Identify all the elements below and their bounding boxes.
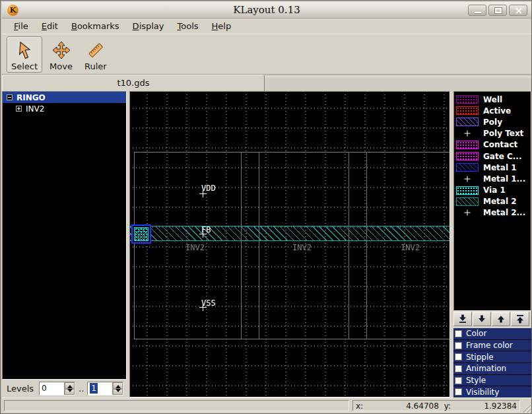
- layer-swatch[interactable]: [456, 152, 479, 160]
- layer-swatch[interactable]: [456, 186, 479, 195]
- arrow-down-bar-icon: [458, 314, 467, 324]
- level-to-value[interactable]: 1: [88, 382, 112, 395]
- tree-row-ringo[interactable]: RINGO: [3, 92, 126, 103]
- plus-pattern-icon: [465, 131, 471, 137]
- swatch-square-icon: [455, 365, 462, 372]
- levels-label: Levels: [7, 384, 34, 394]
- status-message-box: [4, 400, 349, 411]
- tree-row-inv2[interactable]: INV2: [3, 103, 126, 114]
- move-up-button[interactable]: [492, 312, 510, 326]
- ruler-tool-button[interactable]: Ruler: [80, 36, 112, 73]
- selected-via-shape[interactable]: [131, 224, 151, 244]
- metal2-wire-shape[interactable]: [130, 226, 450, 241]
- menu-bookmarks[interactable]: Bookmarks: [66, 20, 125, 32]
- minimize-button[interactable]: [468, 5, 486, 16]
- swatch-square-icon: [455, 353, 462, 361]
- select-tool-button[interactable]: Select: [7, 36, 42, 73]
- move-down-button[interactable]: [473, 312, 491, 326]
- group-visibility[interactable]: Visibility: [453, 386, 531, 397]
- level-to-spinbox[interactable]: 1: [87, 382, 123, 396]
- menu-help[interactable]: Help: [207, 20, 237, 32]
- move-to-top-button[interactable]: [511, 312, 529, 326]
- instance-label: INV2: [185, 243, 205, 252]
- menu-bar: File Edit Bookmarks Display Tools Help: [2, 18, 531, 34]
- y-label: y:: [444, 401, 451, 411]
- layer-row-metal1-text[interactable]: Metal 1...: [454, 173, 531, 184]
- layer-list: Well Active Poly Poly Text Contact Gate …: [453, 91, 531, 311]
- y-coordinate: 1.92384: [452, 401, 517, 411]
- move-tool-label: Move: [50, 61, 73, 71]
- instance-boundary: [366, 152, 367, 339]
- resize-grip[interactable]: [521, 403, 531, 413]
- instance-boundary: [259, 152, 259, 339]
- layer-row-metal1[interactable]: Metal 1: [454, 162, 531, 173]
- klayout-window: K KLayout 0.13 File Edit Bookmarks Displ…: [0, 0, 532, 414]
- move-arrows-icon: [52, 40, 71, 61]
- collapse-icon[interactable]: [7, 94, 13, 100]
- layout-canvas[interactable]: VDD FB VSS INV2 INV2 INV2: [129, 91, 450, 397]
- pin-marker-cross-icon: [199, 190, 207, 197]
- spin-buttons: [64, 382, 75, 395]
- group-frame-color[interactable]: Frame color: [453, 340, 531, 351]
- spin-down-icon[interactable]: [113, 389, 123, 396]
- menu-display[interactable]: Display: [127, 20, 170, 32]
- spin-down-icon[interactable]: [65, 389, 75, 396]
- layer-panel: Well Active Poly Poly Text Contact Gate …: [453, 91, 531, 397]
- group-stipple[interactable]: Stipple: [453, 351, 531, 362]
- group-color[interactable]: Color: [453, 328, 531, 339]
- layer-swatch[interactable]: [456, 95, 479, 104]
- level-from-spinbox[interactable]: 0: [39, 382, 75, 396]
- tool-bar: Select Move: [2, 34, 531, 75]
- layer-row-contact[interactable]: Contact: [454, 139, 531, 151]
- maximize-button[interactable]: [488, 5, 507, 16]
- layer-row-active[interactable]: Active: [454, 105, 531, 116]
- layer-row-gate-cut[interactable]: Gate C...: [454, 151, 531, 162]
- menu-file[interactable]: File: [9, 20, 34, 32]
- maximize-icon: [495, 8, 502, 13]
- swatch-square-icon: [455, 330, 462, 337]
- close-button[interactable]: [509, 5, 527, 16]
- status-bar: x: 4.64708 y: 1.92384: [2, 397, 531, 413]
- layer-swatch[interactable]: [456, 174, 479, 183]
- plus-pattern-icon: [465, 210, 471, 216]
- layer-row-poly-text[interactable]: Poly Text: [454, 128, 531, 139]
- plus-pattern-icon: [465, 176, 471, 182]
- layer-swatch[interactable]: [456, 163, 479, 172]
- tab-bar: t10.gds: [2, 75, 531, 91]
- arrow-down-icon: [477, 314, 486, 324]
- close-icon: [515, 7, 523, 15]
- x-coordinate: 4.64708: [364, 401, 439, 411]
- layer-swatch[interactable]: [456, 129, 479, 138]
- instance-label: INV2: [401, 243, 420, 252]
- layer-swatch[interactable]: [456, 197, 479, 206]
- spin-up-icon[interactable]: [113, 382, 123, 389]
- group-animation[interactable]: Animation: [453, 363, 531, 374]
- layer-row-metal2-text[interactable]: Metal 2...: [454, 207, 531, 219]
- layer-row-metal2[interactable]: Metal 2: [454, 196, 531, 207]
- instance-boundary: [241, 152, 242, 339]
- x-label: x:: [356, 401, 363, 411]
- layer-row-via1[interactable]: Via 1: [454, 185, 531, 196]
- klayout-logo-icon: K: [7, 5, 18, 16]
- move-tool-button[interactable]: Move: [45, 36, 77, 73]
- title-bar: K KLayout 0.13: [2, 2, 531, 18]
- cursor-position-box: x: 4.64708 y: 1.92384: [352, 400, 520, 411]
- ruler-icon: [86, 40, 105, 61]
- layer-swatch[interactable]: [456, 209, 479, 217]
- group-style[interactable]: Style: [453, 375, 531, 386]
- layer-swatch[interactable]: [456, 106, 479, 115]
- menu-tools[interactable]: Tools: [172, 20, 204, 32]
- cell-name: RINGO: [17, 93, 46, 102]
- layer-row-poly[interactable]: Poly: [454, 116, 531, 127]
- minimize-icon: [475, 12, 481, 13]
- layer-row-well[interactable]: Well: [454, 94, 531, 105]
- menu-edit[interactable]: Edit: [36, 20, 63, 32]
- move-to-bottom-button[interactable]: [453, 312, 472, 326]
- layer-swatch[interactable]: [456, 141, 479, 149]
- spin-up-icon[interactable]: [65, 382, 75, 389]
- window-title: KLayout 0.13: [2, 4, 531, 16]
- expand-icon[interactable]: [16, 106, 22, 112]
- layer-swatch[interactable]: [456, 118, 479, 126]
- tab-t10-gds[interactable]: t10.gds: [2, 75, 265, 91]
- level-from-value[interactable]: 0: [40, 382, 64, 395]
